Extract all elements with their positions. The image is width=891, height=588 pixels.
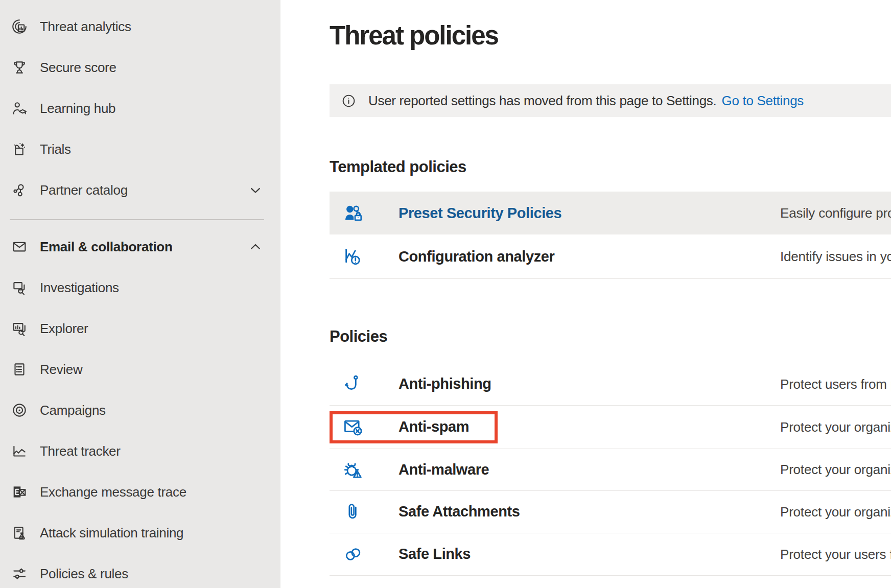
policy-description: Easily configure prot <box>780 205 891 221</box>
sidebar-item-exchange-message-trace[interactable]: Exchange message trace <box>0 472 280 512</box>
sidebar-item-email-collaboration[interactable]: Email & collaboration <box>0 226 280 267</box>
email-collaboration-icon <box>11 238 28 255</box>
sidebar-item-label: Partner catalog <box>40 182 128 198</box>
policy-description: Protect your users fr <box>780 546 891 562</box>
policy-row-safe-links[interactable]: Safe LinksProtect your users fr <box>330 533 891 576</box>
sidebar-item-campaigns[interactable]: Campaigns <box>0 390 280 431</box>
policy-label-safe-links: Safe Links <box>398 546 471 562</box>
explorer-icon <box>11 320 28 337</box>
sidebar-item-policies-rules[interactable]: Policies & rules <box>0 553 280 588</box>
sidebar-item-label: Policies & rules <box>40 566 128 582</box>
policy-label-safe-attachments: Safe Attachments <box>398 503 520 520</box>
safe-attachments-icon <box>342 501 364 523</box>
investigations-icon <box>11 279 28 296</box>
sidebar-item-trials[interactable]: Trials <box>0 129 280 170</box>
sidebar-item-explorer[interactable]: Explorer <box>0 308 280 349</box>
sidebar-item-partner-catalog[interactable]: Partner catalog <box>0 170 280 210</box>
attack-simulation-icon <box>11 524 28 542</box>
sidebar-item-label: Review <box>40 362 82 378</box>
policy-row-anti-spam[interactable]: Anti-spamProtect your organiz <box>330 405 891 449</box>
sidebar-item-label: Investigations <box>40 280 119 296</box>
anti-malware-icon <box>342 458 364 481</box>
info-banner: User reported settings has moved from th… <box>330 84 891 117</box>
sidebar-item-review[interactable]: Review <box>0 349 280 390</box>
campaigns-icon <box>11 402 28 419</box>
review-icon <box>11 361 28 378</box>
sidebar-item-label: Trials <box>40 142 71 157</box>
threat-tracker-icon <box>11 442 28 460</box>
policy-label-anti-spam: Anti-spam <box>398 418 469 435</box>
sidebar-item-secure-score[interactable]: Secure score <box>0 47 280 88</box>
threat-analytics-icon <box>11 18 28 35</box>
policy-row-anti-phishing[interactable]: Anti-phishingProtect users from p <box>330 363 891 406</box>
policy-label-configuration-analyzer: Configuration analyzer <box>398 248 554 265</box>
policy-description: Protect your organiz <box>780 419 891 435</box>
policy-label-preset-security-policies[interactable]: Preset Security Policies <box>398 205 561 222</box>
partner-catalog-icon <box>11 181 28 199</box>
sidebar-item-label: Secure score <box>40 60 116 76</box>
policy-label-anti-malware: Anti-malware <box>398 461 489 478</box>
trials-icon <box>11 140 28 158</box>
exchange-icon <box>11 483 28 501</box>
section-heading-templated-policies: Templated policies <box>330 158 466 176</box>
configuration-analyzer-icon <box>342 245 364 268</box>
sidebar-item-label: Campaigns <box>40 403 106 418</box>
page-title: Threat policies <box>330 20 498 51</box>
sidebar-item-threat-analytics[interactable]: Threat analytics <box>0 6 280 47</box>
learning-hub-icon <box>11 100 28 117</box>
sidebar-divider <box>10 219 264 220</box>
sidebar-item-label: Threat tracker <box>40 443 121 459</box>
preset-security-icon <box>342 202 364 224</box>
safe-links-icon <box>342 543 364 566</box>
sidebar-item-label: Explorer <box>40 321 88 337</box>
info-icon <box>341 93 356 108</box>
go-to-settings-link[interactable]: Go to Settings <box>721 93 804 109</box>
banner-text: User reported settings has moved from th… <box>368 93 716 109</box>
policy-description: Identify issues in you <box>780 249 891 265</box>
policy-description: Protect your organiz <box>780 462 891 478</box>
sidebar-item-investigations[interactable]: Investigations <box>0 267 280 308</box>
sidebar-item-label: Email & collaboration <box>40 239 173 255</box>
secure-score-icon <box>11 59 28 76</box>
chevron-down-icon[interactable] <box>247 182 264 198</box>
sidebar-nav: Threat analyticsSecure scoreLearning hub… <box>0 0 280 588</box>
policy-row-safe-attachments[interactable]: Safe AttachmentsProtect your organiz <box>330 490 891 533</box>
policy-description: Protect your organiz <box>780 504 891 520</box>
policy-row-configuration-analyzer[interactable]: Configuration analyzerIdentify issues in… <box>330 234 891 279</box>
sidebar-item-learning-hub[interactable]: Learning hub <box>0 88 280 129</box>
policy-label-anti-phishing: Anti-phishing <box>398 375 491 392</box>
sidebar-item-label: Attack simulation training <box>40 525 183 541</box>
main-content: Threat policies User reported settings h… <box>280 0 891 588</box>
anti-spam-icon <box>342 416 364 438</box>
sidebar-item-attack-simulation-training[interactable]: Attack simulation training <box>0 512 280 553</box>
policy-description: Protect users from p <box>780 376 891 392</box>
section-heading-policies: Policies <box>330 327 387 346</box>
policy-row-anti-malware[interactable]: Anti-malwareProtect your organiz <box>330 449 891 491</box>
policy-row-preset-security-policies[interactable]: Preset Security PoliciesEasily configure… <box>330 192 891 234</box>
sidebar-item-label: Threat analytics <box>40 19 131 35</box>
sidebar-item-label: Exchange message trace <box>40 484 186 500</box>
chevron-up-icon[interactable] <box>247 239 264 255</box>
policies-rules-icon <box>11 565 28 582</box>
anti-phishing-icon <box>342 373 364 395</box>
sidebar-item-label: Learning hub <box>40 101 115 116</box>
sidebar-item-threat-tracker[interactable]: Threat tracker <box>0 431 280 472</box>
